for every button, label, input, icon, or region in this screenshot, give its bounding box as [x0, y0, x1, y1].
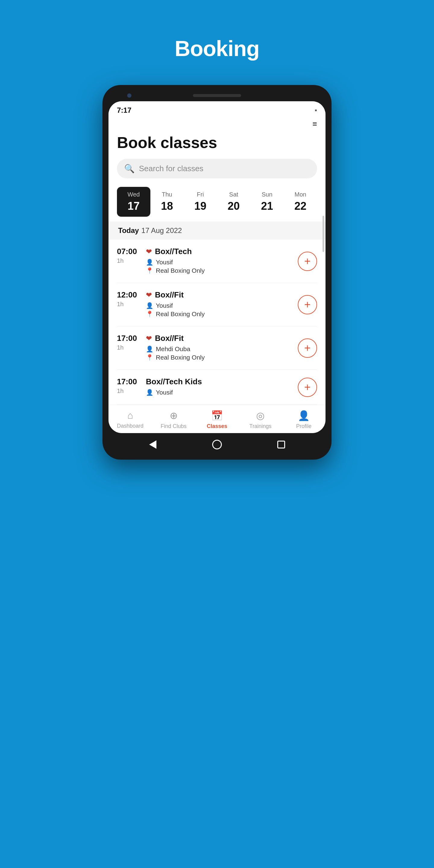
bottom-nav: ⌂ Dashboard ⊕ Find Clubs 📅 Classes ◎ Tra…: [108, 405, 326, 433]
class-name: Box//Fit: [155, 334, 184, 343]
class-location: 📍 Real Boxing Only: [146, 310, 293, 318]
class-duration: 1h: [117, 257, 141, 264]
heart-icon: ❤: [146, 334, 152, 343]
nav-item-classes[interactable]: 📅 Classes: [195, 410, 239, 430]
class-info: ❤ Box//Fit 👤 Mehdi Ouba 📍 Real Boxing On…: [146, 334, 293, 362]
class-item: 12:00 1h ❤ Box//Fit 👤 Yousif 📍 Real Boxi…: [117, 283, 317, 327]
class-duration: 1h: [117, 344, 141, 351]
phone-top-bar: [108, 91, 326, 101]
date-today-label: Today: [118, 226, 139, 235]
cal-day-name: Thu: [162, 191, 172, 198]
class-name-row: ❤ Box//Fit: [146, 334, 293, 343]
instructor-icon: 👤: [146, 258, 153, 266]
phone-bottom-bar: [108, 433, 326, 454]
cal-day-name: Mon: [294, 191, 306, 198]
instructor-name: Yousif: [156, 258, 173, 266]
class-time: 12:00: [117, 290, 141, 300]
cal-day-num: 20: [227, 200, 240, 213]
heart-icon: ❤: [146, 247, 152, 256]
nav-label: Find Clubs: [161, 423, 187, 430]
nav-label: Dashboard: [117, 423, 144, 429]
date-value: 17 Aug 2022: [141, 226, 182, 235]
add-class-button[interactable]: +: [298, 252, 317, 271]
class-time-block: 12:00 1h: [117, 290, 141, 308]
search-icon: 🔍: [124, 164, 135, 174]
profile-icon: 👤: [298, 410, 310, 421]
page-title: Booking: [175, 36, 259, 61]
class-instructor: 👤 Yousif: [146, 258, 293, 266]
heart-icon: ❤: [146, 291, 152, 299]
nav-item-find-clubs[interactable]: ⊕ Find Clubs: [152, 410, 195, 430]
battery-icon: ▪: [315, 106, 317, 114]
classes-icon: 📅: [211, 410, 223, 421]
class-name-row: ❤ Box//Tech: [146, 247, 293, 256]
class-item: 17:00 1h ❤ Box//Fit 👤 Mehdi Ouba 📍 Real …: [117, 327, 317, 370]
class-item: 17:00 1h Box//Tech Kids 👤 Yousif +: [117, 370, 317, 405]
instructor-name: Yousif: [156, 389, 173, 396]
find-clubs-icon: ⊕: [170, 410, 178, 421]
class-instructor: 👤 Yousif: [146, 389, 293, 396]
instructor-icon: 👤: [146, 389, 153, 396]
calendar-row: Wed 17 Thu 18 Fri 19 Sat 20 Sun 21 Mon 2…: [117, 187, 317, 217]
class-list: 07:00 1h ❤ Box//Tech 👤 Yousif 📍 Real Box…: [117, 240, 317, 405]
location-icon: 📍: [146, 310, 153, 318]
class-time-block: 07:00 1h: [117, 247, 141, 264]
class-location: 📍 Real Boxing Only: [146, 267, 293, 274]
class-time: 07:00: [117, 247, 141, 256]
calendar-day-mon[interactable]: Mon 22: [284, 187, 317, 217]
back-button[interactable]: [147, 438, 159, 451]
location-text: Real Boxing Only: [156, 354, 205, 361]
nav-label: Trainings: [249, 423, 271, 430]
class-time: 17:00: [117, 377, 141, 386]
cal-day-name: Fri: [197, 191, 204, 198]
status-bar: 7:17 ▪: [108, 101, 326, 117]
location-text: Real Boxing Only: [156, 267, 205, 274]
class-time-block: 17:00 1h: [117, 334, 141, 351]
class-name: Box//Fit: [155, 290, 184, 300]
class-location: 📍 Real Boxing Only: [146, 354, 293, 361]
calendar-day-wed[interactable]: Wed 17: [117, 187, 150, 217]
class-time: 17:00: [117, 334, 141, 343]
filter-icon[interactable]: ≡: [313, 119, 317, 129]
class-info: ❤ Box//Fit 👤 Yousif 📍 Real Boxing Only: [146, 290, 293, 319]
calendar-day-thu[interactable]: Thu 18: [150, 187, 184, 217]
class-duration: 1h: [117, 388, 141, 395]
recents-button[interactable]: [275, 438, 287, 451]
date-header: Today17 Aug 2022: [108, 221, 326, 240]
phone-speaker: [193, 94, 241, 97]
instructor-icon: 👤: [146, 345, 153, 352]
instructor-name: Yousif: [156, 302, 173, 309]
phone-screen: 7:17 ▪ ≡ Book classes 🔍 Search for class…: [108, 101, 326, 433]
calendar-day-sat[interactable]: Sat 20: [217, 187, 250, 217]
class-instructor: 👤 Yousif: [146, 302, 293, 309]
cal-day-num: 19: [194, 200, 207, 213]
cal-day-num: 21: [261, 200, 273, 213]
phone-camera: [127, 93, 132, 98]
class-instructor: 👤 Mehdi Ouba: [146, 345, 293, 352]
scrollbar: [322, 216, 324, 252]
filter-row: ≡: [117, 117, 317, 130]
class-name-row: Box//Tech Kids: [146, 377, 293, 386]
class-info: Box//Tech Kids 👤 Yousif: [146, 377, 293, 397]
phone-device: 7:17 ▪ ≡ Book classes 🔍 Search for class…: [102, 85, 332, 460]
add-class-button[interactable]: +: [298, 295, 317, 314]
calendar-day-fri[interactable]: Fri 19: [184, 187, 217, 217]
class-duration: 1h: [117, 301, 141, 308]
add-class-button[interactable]: +: [298, 378, 317, 397]
nav-label: Profile: [296, 423, 311, 430]
nav-item-dashboard[interactable]: ⌂ Dashboard: [108, 410, 152, 430]
cal-day-name: Sat: [229, 191, 238, 198]
calendar-day-sun[interactable]: Sun 21: [250, 187, 284, 217]
class-info: ❤ Box//Tech 👤 Yousif 📍 Real Boxing Only: [146, 247, 293, 276]
class-name: Box//Tech: [155, 247, 192, 256]
dashboard-icon: ⌂: [127, 410, 133, 421]
search-bar[interactable]: 🔍 Search for classes: [117, 159, 317, 179]
cal-day-num: 22: [294, 200, 307, 213]
add-class-button[interactable]: +: [298, 338, 317, 358]
nav-label: Classes: [207, 423, 227, 430]
nav-item-trainings[interactable]: ◎ Trainings: [239, 410, 282, 430]
home-button[interactable]: [211, 438, 223, 451]
location-icon: 📍: [146, 267, 153, 274]
trainings-icon: ◎: [256, 410, 265, 421]
nav-item-profile[interactable]: 👤 Profile: [282, 410, 326, 430]
